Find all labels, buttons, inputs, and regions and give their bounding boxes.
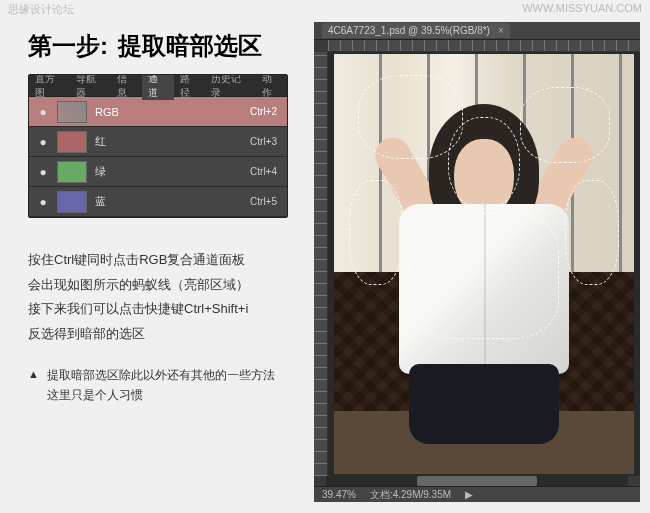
channel-row-b[interactable]: ●蓝Ctrl+5	[29, 187, 287, 217]
instruction-column: 第一步:提取暗部选区 直方图 导航器 信息 通道 路径 历史记录 动作 ●RGB…	[28, 30, 288, 406]
status-arrow-icon[interactable]: ▶	[465, 489, 473, 500]
tab-actions[interactable]: 动作	[256, 74, 287, 100]
visibility-icon[interactable]: ●	[29, 195, 57, 209]
selection-marquee	[349, 180, 403, 285]
channel-thumbnail[interactable]	[57, 101, 87, 123]
note-line-2: 这里只是个人习惯	[47, 385, 275, 405]
channel-name: 红	[95, 134, 250, 149]
tab-channels[interactable]: 通道	[142, 74, 173, 100]
note-line-1: 提取暗部选区除此以外还有其他的一些方法	[47, 365, 275, 385]
visibility-icon[interactable]: ●	[29, 165, 57, 179]
watermark-top-left: 思缘设计论坛	[8, 2, 74, 17]
tab-navigator[interactable]: 导航器	[70, 74, 111, 100]
step-number: 第一步:	[28, 32, 108, 59]
visibility-icon[interactable]: ●	[29, 105, 57, 119]
photoshop-window: 4C6A7723_1.psd @ 39.5%(RGB/8*) ×	[314, 22, 640, 502]
selection-marquee	[520, 87, 610, 163]
desc-line-1: 按住Ctrl键同时点击RGB复合通道面板	[28, 248, 288, 273]
doc-size: 文档:4.29M/9.35M	[370, 488, 451, 502]
selection-marquee	[358, 75, 463, 159]
channel-thumbnail[interactable]	[57, 191, 87, 213]
channel-shortcut: Ctrl+4	[250, 166, 277, 177]
tab-histogram[interactable]: 直方图	[29, 74, 70, 100]
channel-name: RGB	[95, 106, 250, 118]
scrollbar-track[interactable]	[326, 476, 628, 486]
skirt	[409, 364, 559, 444]
panel-tabs: 直方图 导航器 信息 通道 路径 历史记录 动作	[29, 75, 287, 97]
desc-line-3: 接下来我们可以点击快捷键Ctrl+Shift+i	[28, 297, 288, 322]
close-icon[interactable]: ×	[498, 25, 504, 36]
channel-shortcut: Ctrl+2	[250, 106, 277, 117]
status-bar: 39.47% 文档:4.29M/9.35M ▶	[314, 486, 640, 502]
scrollbar-horizontal[interactable]	[314, 476, 640, 486]
tab-history[interactable]: 历史记录	[205, 74, 256, 100]
selection-marquee	[565, 180, 619, 285]
step-title: 第一步:提取暗部选区	[28, 30, 288, 62]
tab-paths[interactable]: 路径	[174, 74, 205, 100]
channels-panel: 直方图 导航器 信息 通道 路径 历史记录 动作 ●RGBCtrl+2●红Ctr…	[28, 74, 288, 218]
description-text: 按住Ctrl键同时点击RGB复合通道面板 会出现如图所示的蚂蚁线（亮部区域） 接…	[28, 248, 288, 347]
note-text: ▲ 提取暗部选区除此以外还有其他的一些方法 这里只是个人习惯	[28, 365, 288, 406]
zoom-level[interactable]: 39.47%	[322, 489, 356, 500]
document-titlebar: 4C6A7723_1.psd @ 39.5%(RGB/8*) ×	[314, 22, 640, 40]
ruler-horizontal[interactable]	[328, 40, 640, 52]
document-tab[interactable]: 4C6A7723_1.psd @ 39.5%(RGB/8*) ×	[322, 23, 510, 38]
selection-marquee	[409, 213, 559, 339]
document-title: 4C6A7723_1.psd @ 39.5%(RGB/8*)	[328, 25, 490, 36]
channel-thumbnail[interactable]	[57, 161, 87, 183]
channel-row-g[interactable]: ●绿Ctrl+4	[29, 157, 287, 187]
ruler-vertical[interactable]	[314, 52, 328, 476]
channel-thumbnail[interactable]	[57, 131, 87, 153]
channel-name: 绿	[95, 164, 250, 179]
channel-shortcut: Ctrl+5	[250, 196, 277, 207]
channel-name: 蓝	[95, 194, 250, 209]
channel-row-rgb[interactable]: ●RGBCtrl+2	[29, 97, 287, 127]
channel-row-r[interactable]: ●红Ctrl+3	[29, 127, 287, 157]
canvas-area[interactable]	[328, 52, 640, 476]
photo-canvas[interactable]	[334, 54, 634, 474]
selection-marquee	[448, 117, 520, 209]
tab-info[interactable]: 信息	[111, 74, 142, 100]
desc-line-4: 反选得到暗部的选区	[28, 322, 288, 347]
triangle-icon: ▲	[28, 365, 39, 406]
step-text: 提取暗部选区	[118, 32, 262, 59]
scrollbar-thumb[interactable]	[417, 476, 538, 486]
watermark-top-right: WWW.MISSYUAN.COM	[522, 2, 642, 14]
desc-line-2: 会出现如图所示的蚂蚁线（亮部区域）	[28, 273, 288, 298]
visibility-icon[interactable]: ●	[29, 135, 57, 149]
channel-shortcut: Ctrl+3	[250, 136, 277, 147]
